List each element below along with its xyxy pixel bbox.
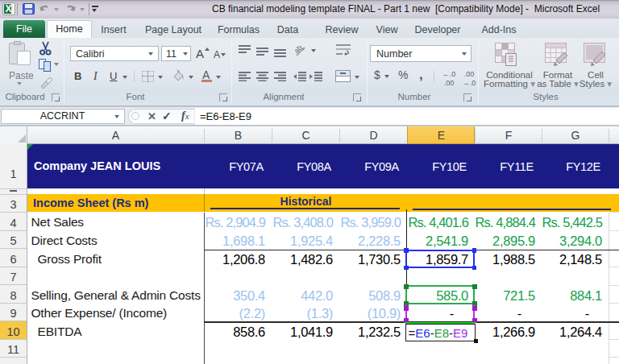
svg-text:ab: ab bbox=[295, 44, 304, 55]
